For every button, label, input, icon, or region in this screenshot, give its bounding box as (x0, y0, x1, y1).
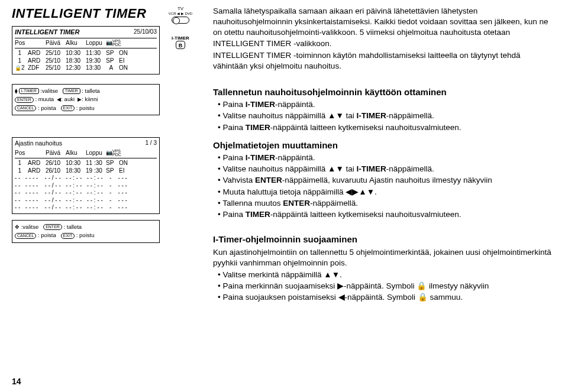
camera-icon: 📷 (106, 150, 112, 157)
sec3-intro: Kun ajastinohjelmointiin on tallennettu … (213, 247, 556, 268)
col-paiva: Päivä (46, 150, 66, 157)
osd-intelligent-timer: INTELLIGENT TIMER 25/10/03 Pos Päivä Alk… (12, 26, 160, 74)
col-loppu: Loppu (86, 40, 106, 47)
camera-icon: 📷 (106, 40, 112, 47)
sec1-list: Paina I-TIMER-näppäintä. Valitse nauhoit… (213, 99, 556, 133)
sec3-list: Valitse merkintä näppäimillä ▲▼. Paina m… (213, 270, 556, 303)
tv-label: TV (166, 6, 195, 11)
table-row: 1ARD25/1018:3019:30SPEI (15, 57, 157, 65)
osd1-title: INTELLIGENT TIMER (15, 28, 79, 35)
col-vps: VPSPDC (112, 150, 121, 157)
table-row: 🔒2ZDF25/1012:3013:30 AON (15, 64, 157, 72)
osd1-date: 25/10/03 (134, 28, 157, 36)
osd2-page: 1 / 3 (146, 140, 157, 147)
exit-key-icon: EXIT (61, 233, 75, 239)
nav-icon: ✥ (15, 224, 20, 230)
table-row: - - - - - - - - / - - - - : - - - - : - … (15, 189, 157, 197)
table-row: - - - - - - - - / - - - - : - - - - : - … (15, 182, 157, 190)
itimer-key-icon: I-TIMER (19, 88, 39, 94)
osd2-header: Pos Päivä Alku Loppu 📷 VPSPDC (15, 150, 157, 159)
osd-ajastin: Ajastin nauhoitus 1 / 3 Pos Päivä Alku L… (12, 137, 160, 214)
col-alku: Alku (66, 40, 86, 47)
table-row: - - - - - - - - / - - - - : - - - - : - … (15, 204, 157, 212)
lock-icon: 🔒 (15, 65, 21, 72)
sec1-heading: Tallennetun nauhoitusohjelmoinnin käyttö… (213, 86, 556, 98)
enter-key-icon: ENTER (15, 97, 34, 103)
legend-text: : poistu (76, 232, 95, 238)
legend-text: : poistu (76, 105, 95, 111)
legend-text: : talleta (82, 88, 100, 94)
col-paiva: Päivä (46, 40, 66, 47)
remote-icons: TV VCR ◀ ▶ DVD I-TIMER B (166, 6, 195, 49)
col-vps: VPSPDC (112, 40, 121, 47)
legend1: ⧫ I-TIMER :valitse TIMER : talleta ENTER… (12, 84, 160, 115)
page-number: 14 (12, 377, 21, 386)
osd2-title: Ajastin nauhoitus (15, 140, 62, 147)
legend-text: :valitse (21, 223, 39, 230)
table-row: 1ARD25/1010:3011:30SPON (15, 50, 157, 57)
table-row: - - - - - - - - / - - - - : - - - - : - … (15, 197, 157, 205)
intro-p1: Samalla lähetyspaikalla samaan aikaan er… (213, 6, 556, 49)
b-button-icon: B (176, 41, 185, 49)
col-alku: Alku (66, 150, 86, 157)
legend-text: :valitse (40, 88, 58, 94)
sec3-heading: I-Timer-ohjelmoinnin suojaaminen (213, 234, 556, 245)
exit-key-icon: EXIT (61, 105, 75, 111)
legend-text: : kiinni (82, 96, 98, 102)
sec2-list: Paina I-TIMER-näppäintä. Valitse nauhoit… (213, 153, 556, 220)
cancel-key-icon: CANCEL (15, 233, 36, 239)
legend-text: : poista (38, 232, 56, 238)
page-title: INTELLIGENT TIMER (12, 6, 160, 21)
legend2: ✥ :valitse ENTER : talleta CANCEL : pois… (12, 220, 160, 243)
col-pos: Pos (15, 150, 28, 157)
legend-text: : poista (38, 105, 56, 111)
vcr-dvd-label: VCR ◀ ▶ DVD (166, 11, 195, 15)
itimer-label: I-TIMER (166, 35, 195, 41)
table-row: 1ARD26/1010:3011 :30SPON (15, 160, 157, 167)
table-row: 1ARD26/1018:3019 :30SPEI (15, 167, 157, 175)
legend-text: : talleta (64, 223, 82, 230)
legend-text: : muuta (35, 96, 54, 102)
table-row: - - - - - - - - / - - - - : - - - - : - … (15, 174, 157, 182)
col-pos: Pos (15, 40, 28, 47)
intro-p2: INTELLIGENT TIMER -toiminnon käytön mahd… (213, 50, 556, 72)
enter-key-icon: ENTER (43, 224, 62, 230)
updown-icon: ⧫ (15, 88, 17, 94)
timer-key-icon: TIMER (63, 88, 80, 94)
col-loppu: Loppu (86, 150, 106, 157)
cancel-key-icon: CANCEL (15, 105, 36, 111)
osd1-header: Pos Päivä Alku Loppu 📷 VPSPDC (15, 40, 157, 49)
sec2-heading: Ohjelmatietojen muuttaminen (213, 140, 556, 151)
legend-text: : auki (61, 96, 75, 102)
switch-icon (172, 17, 189, 24)
